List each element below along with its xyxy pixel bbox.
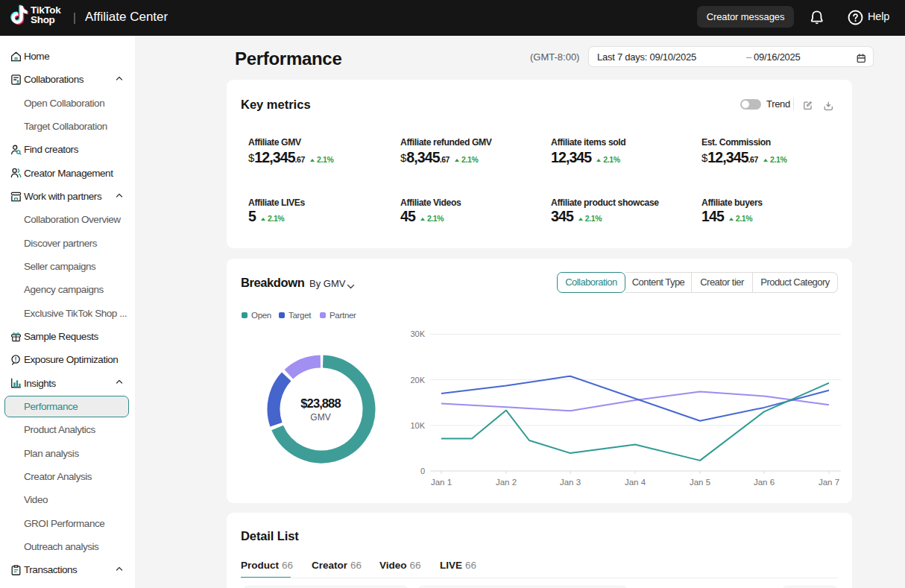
svg-text:Jan 7: Jan 7 [819,478,839,487]
svg-text:Jan 3: Jan 3 [560,478,581,487]
svg-text:Jan 2: Jan 2 [496,478,517,487]
svg-text:Jan 4: Jan 4 [625,478,646,487]
svg-text:Jan 6: Jan 6 [754,478,775,487]
svg-text:30K: 30K [410,329,425,338]
svg-text:20K: 20K [410,376,425,385]
svg-text:Jan 5: Jan 5 [690,478,710,487]
svg-text:Jan 1: Jan 1 [431,478,452,487]
svg-text:10K: 10K [410,421,425,430]
svg-text:0: 0 [420,467,425,475]
